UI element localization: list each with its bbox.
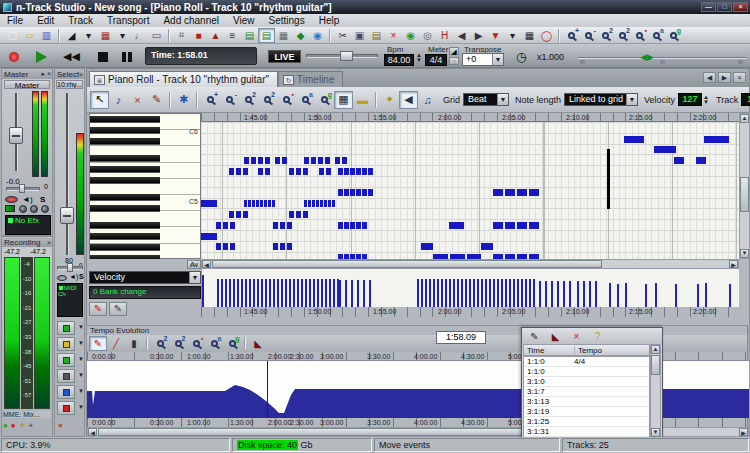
velocity-bar[interactable]	[202, 275, 204, 307]
meter-value[interactable]: 4/4	[425, 54, 447, 66]
midi-note[interactable]	[362, 168, 367, 175]
bpm-spinner[interactable]: ▲▼	[415, 53, 423, 63]
midi-note[interactable]	[252, 200, 255, 207]
velocity-bar[interactable]	[583, 281, 585, 307]
velocity-bar[interactable]	[493, 279, 495, 307]
monitor-caret-button[interactable]: ▭	[148, 28, 165, 43]
mixer-view-active-button[interactable]: ▤	[258, 28, 275, 43]
metronome-button[interactable]: ♩	[131, 28, 148, 43]
hscroll-thumb[interactable]	[212, 260, 602, 268]
master-knob-2[interactable]	[30, 205, 38, 213]
midi-note[interactable]	[308, 200, 311, 207]
midi-note[interactable]	[216, 243, 221, 250]
cut-button[interactable]: ✂	[334, 28, 351, 43]
menu-file[interactable]: File	[0, 15, 30, 26]
transpose-caret-icon[interactable]: ▼	[492, 54, 503, 65]
velocity-bar[interactable]	[569, 281, 571, 307]
midi-note[interactable]	[325, 157, 330, 164]
tempo-table-row[interactable]: 3:1:31	[524, 427, 649, 437]
midi-note[interactable]	[304, 200, 307, 207]
stop-all-button[interactable]: H	[436, 28, 453, 43]
burn-cd-button[interactable]: ◉	[402, 28, 419, 43]
velocity-bar[interactable]	[609, 283, 611, 307]
velocity-bar[interactable]	[269, 279, 271, 307]
loop-tool-button[interactable]: ◯	[538, 28, 555, 43]
title-bar[interactable]: n-Track Studio - New song - [Piano Roll …	[0, 0, 750, 14]
bpm-value[interactable]: 84.00	[384, 54, 414, 66]
select-tool-button[interactable]: ↖	[90, 91, 109, 109]
pr-zoom-h-in-button[interactable]: 2	[239, 91, 258, 109]
velocity-bar[interactable]	[477, 279, 479, 307]
velocity-bar[interactable]	[525, 279, 527, 307]
track-tool-env-button[interactable]	[57, 337, 75, 351]
midi-note[interactable]	[201, 233, 217, 240]
black-key[interactable]	[90, 116, 160, 123]
tt-delete-button[interactable]: ×	[568, 329, 585, 343]
velocity-bar[interactable]	[469, 279, 471, 307]
pr-settings-button[interactable]: ✱	[174, 91, 193, 109]
midi-note[interactable]	[318, 157, 323, 164]
velocity-bar[interactable]	[441, 279, 443, 307]
tempo-table-row[interactable]: 3:1:7	[524, 387, 649, 397]
velocity-bar[interactable]	[589, 281, 591, 307]
record-button[interactable]	[9, 52, 19, 62]
copy-button[interactable]: ▣	[351, 28, 368, 43]
master-knob-3[interactable]	[41, 205, 49, 213]
midi-note[interactable]	[282, 157, 287, 164]
midi-note[interactable]	[280, 222, 285, 229]
new-song-button[interactable]: ▢	[4, 28, 21, 43]
menu-view[interactable]: View	[226, 15, 262, 26]
chord-notes-button[interactable]: ♫	[418, 91, 437, 109]
pr-prev[interactable]: ◀	[703, 72, 716, 83]
velocity-bar[interactable]	[363, 280, 365, 307]
track-tool-midi-caret-icon[interactable]: ▼	[78, 388, 84, 394]
zoom-h-out-button[interactable]: 2	[614, 28, 631, 43]
velocity-bar[interactable]	[333, 279, 335, 307]
midi-note[interactable]	[326, 168, 331, 175]
velocity-bar[interactable]	[489, 279, 491, 307]
midi-note[interactable]	[356, 168, 361, 175]
meter-flag-icon[interactable]: ◢	[449, 47, 459, 55]
midi-note[interactable]	[236, 211, 241, 218]
pr-next[interactable]: ▶	[718, 72, 731, 83]
warn-levels-button[interactable]: ▲	[207, 28, 224, 43]
velocity-bar[interactable]	[473, 279, 475, 307]
velocity-bar[interactable]	[729, 284, 731, 307]
velocity-bar[interactable]	[369, 280, 371, 307]
open-file-button[interactable]: ▱	[21, 28, 38, 43]
paste-button[interactable]: ▤	[368, 28, 385, 43]
velocity-bar[interactable]	[529, 279, 531, 307]
black-key[interactable]	[90, 222, 160, 229]
velocity-bar[interactable]	[557, 281, 559, 307]
marker-caret-button[interactable]: ▾	[504, 28, 521, 43]
selected-fader-handle[interactable]	[60, 207, 74, 224]
midi-note[interactable]	[230, 222, 235, 229]
midi-note[interactable]	[320, 200, 323, 207]
selected-name-button[interactable]: 10:rhy...	[56, 80, 83, 89]
velocity-bar[interactable]	[429, 279, 431, 307]
velocity-bar[interactable]	[351, 280, 353, 307]
midi-note[interactable]	[265, 168, 270, 175]
velocity-bar[interactable]	[225, 279, 227, 307]
track-tool-rec-button[interactable]	[57, 401, 75, 415]
save-button[interactable]: ▥	[38, 28, 55, 43]
zoom-out-button[interactable]: -	[580, 28, 597, 43]
master-volume-button[interactable]: ◢	[63, 28, 80, 43]
velocity-bar[interactable]	[617, 284, 619, 307]
black-key[interactable]	[90, 166, 160, 173]
midi-note[interactable]	[303, 168, 308, 175]
velocity-bar[interactable]	[317, 279, 319, 307]
velocity-bar[interactable]	[445, 279, 447, 307]
velocity-bar[interactable]	[281, 279, 283, 307]
track-tool-route-button[interactable]	[57, 369, 75, 383]
tempo-zoom-h-in-button[interactable]: 2	[151, 336, 169, 351]
speed-slider[interactable]	[578, 57, 746, 58]
tempo-zoom-fit-button[interactable]: g	[223, 336, 241, 351]
velocity-bar[interactable]	[289, 279, 291, 307]
selected-strip-header[interactable]: Selected×	[55, 69, 84, 79]
tempo-table-row[interactable]: 3:1:19	[524, 407, 649, 417]
internet-button[interactable]: ◉	[309, 28, 326, 43]
midi-note[interactable]	[696, 157, 706, 164]
midi-note[interactable]	[505, 189, 515, 196]
midi-note[interactable]	[258, 157, 263, 164]
